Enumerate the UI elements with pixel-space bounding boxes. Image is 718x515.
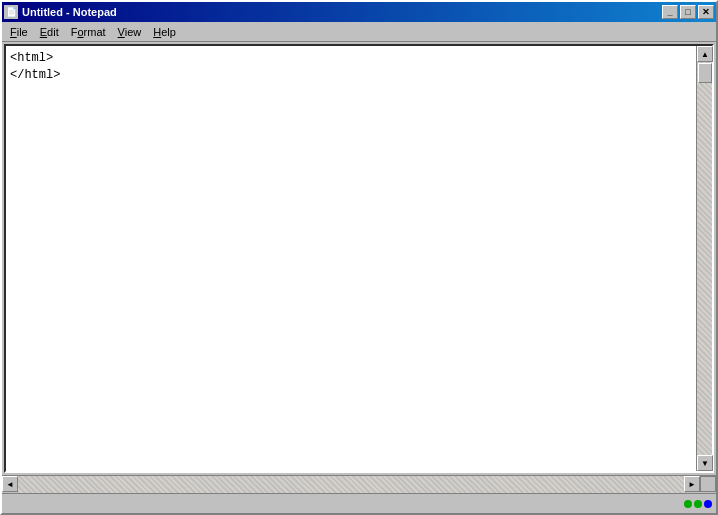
notepad-window: 📄 Untitled - Notepad _ □ ✕ File Edit For…: [0, 0, 718, 515]
scroll-down-button[interactable]: ▼: [697, 455, 713, 471]
scroll-track-horizontal[interactable]: [18, 476, 684, 493]
status-bar: [2, 493, 716, 513]
menu-edit[interactable]: Edit: [34, 24, 65, 40]
indicator-1: [684, 500, 692, 508]
maximize-button[interactable]: □: [680, 5, 696, 19]
scroll-corner: [700, 476, 716, 492]
window-controls: _ □ ✕: [662, 5, 714, 19]
vertical-scrollbar: ▲ ▼: [696, 46, 712, 471]
editor-area: <html> </html> ▲ ▼: [2, 42, 716, 475]
taskbar-indicators: [684, 500, 712, 508]
menu-help[interactable]: Help: [147, 24, 182, 40]
scroll-right-button[interactable]: ►: [684, 476, 700, 492]
window-title: Untitled - Notepad: [22, 6, 117, 18]
scroll-up-button[interactable]: ▲: [697, 46, 713, 62]
menu-file[interactable]: File: [4, 24, 34, 40]
title-bar-left: 📄 Untitled - Notepad: [4, 5, 117, 19]
indicator-2: [694, 500, 702, 508]
menu-view[interactable]: View: [112, 24, 148, 40]
text-editor[interactable]: <html> </html>: [6, 46, 696, 471]
horizontal-scrollbar-area: ◄ ►: [2, 475, 716, 493]
scroll-track-vertical[interactable]: [697, 62, 712, 455]
menu-format[interactable]: Format: [65, 24, 112, 40]
app-icon: 📄: [4, 5, 18, 19]
scroll-left-button[interactable]: ◄: [2, 476, 18, 492]
indicator-3: [704, 500, 712, 508]
scroll-thumb-vertical[interactable]: [698, 63, 712, 83]
minimize-button[interactable]: _: [662, 5, 678, 19]
menu-bar: File Edit Format View Help: [2, 22, 716, 42]
title-bar: 📄 Untitled - Notepad _ □ ✕: [2, 2, 716, 22]
textarea-wrapper: <html> </html> ▲ ▼: [4, 44, 714, 473]
close-button[interactable]: ✕: [698, 5, 714, 19]
